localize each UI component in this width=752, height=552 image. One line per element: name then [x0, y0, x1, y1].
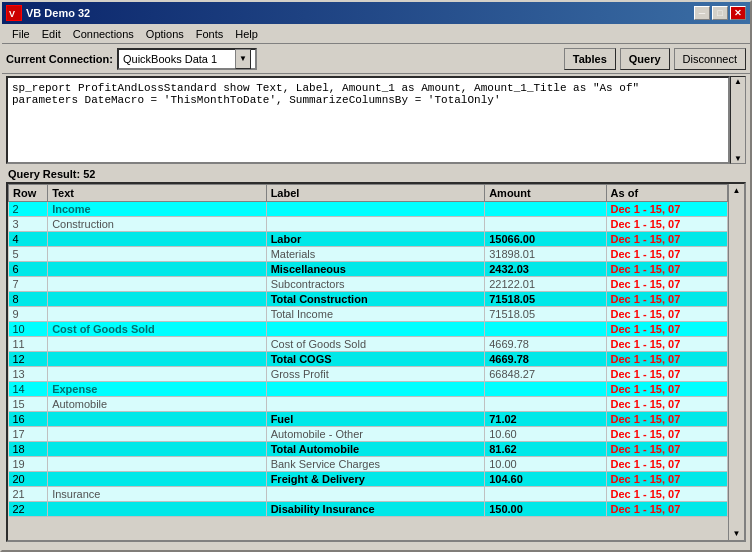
- cell-amount: 71518.05: [485, 307, 606, 322]
- tables-button[interactable]: Tables: [564, 48, 616, 70]
- cell-text: [48, 292, 267, 307]
- menu-fonts[interactable]: Fonts: [190, 26, 230, 42]
- cell-asof: Dec 1 - 15, 07: [606, 367, 727, 382]
- cell-asof: Dec 1 - 15, 07: [606, 412, 727, 427]
- toolbar: Current Connection: QuickBooks Data 1 ▼ …: [2, 44, 750, 74]
- cell-amount: [485, 382, 606, 397]
- cell-row: 7: [9, 277, 48, 292]
- table-scrollbar: ▲ ▼: [728, 184, 744, 540]
- cell-text: Automobile: [48, 397, 267, 412]
- table-row: 13Gross Profit66848.27Dec 1 - 15, 07: [9, 367, 728, 382]
- cell-amount: 66848.27: [485, 367, 606, 382]
- cell-text: Construction: [48, 217, 267, 232]
- table-scroll-up-icon[interactable]: ▲: [733, 186, 741, 195]
- cell-asof: Dec 1 - 15, 07: [606, 277, 727, 292]
- connection-selector[interactable]: QuickBooks Data 1 ▼: [117, 48, 257, 70]
- cell-row: 18: [9, 442, 48, 457]
- col-header-label: Label: [266, 185, 485, 202]
- maximize-button[interactable]: □: [712, 6, 728, 20]
- table-scroll-down-icon[interactable]: ▼: [733, 529, 741, 538]
- cell-text: Insurance: [48, 487, 267, 502]
- cell-amount: 2432.03: [485, 262, 606, 277]
- cell-label: [266, 202, 485, 217]
- table-scroll-wrapper[interactable]: Row Text Label Amount As of 2IncomeDec 1…: [8, 184, 728, 540]
- query-scrollbar: ▲ ▼: [730, 76, 746, 164]
- cell-asof: Dec 1 - 15, 07: [606, 352, 727, 367]
- cell-row: 2: [9, 202, 48, 217]
- cell-label: [266, 322, 485, 337]
- cell-row: 22: [9, 502, 48, 517]
- cell-text: [48, 337, 267, 352]
- window-title: VB Demo 32: [26, 7, 694, 19]
- cell-amount: 10.60: [485, 427, 606, 442]
- cell-asof: Dec 1 - 15, 07: [606, 427, 727, 442]
- cell-row: 16: [9, 412, 48, 427]
- cell-asof: Dec 1 - 15, 07: [606, 232, 727, 247]
- query-button[interactable]: Query: [620, 48, 670, 70]
- table-row: 10Cost of Goods SoldDec 1 - 15, 07: [9, 322, 728, 337]
- cell-text: [48, 352, 267, 367]
- table-row: 5Materials31898.01Dec 1 - 15, 07: [9, 247, 728, 262]
- cell-amount: 81.62: [485, 442, 606, 457]
- query-textarea[interactable]: sp_report ProfitAndLossStandard show Tex…: [6, 76, 730, 164]
- cell-amount: 15066.00: [485, 232, 606, 247]
- cell-text: [48, 367, 267, 382]
- cell-text: [48, 442, 267, 457]
- cell-label: Total Construction: [266, 292, 485, 307]
- cell-text: Cost of Goods Sold: [48, 322, 267, 337]
- cell-amount: 150.00: [485, 502, 606, 517]
- results-table-container: Row Text Label Amount As of 2IncomeDec 1…: [6, 182, 746, 542]
- cell-row: 15: [9, 397, 48, 412]
- cell-label: Total Income: [266, 307, 485, 322]
- menu-file[interactable]: File: [6, 26, 36, 42]
- cell-label: Materials: [266, 247, 485, 262]
- menu-connections[interactable]: Connections: [67, 26, 140, 42]
- menu-bar: File Edit Connections Options Fonts Help: [2, 24, 750, 44]
- cell-row: 21: [9, 487, 48, 502]
- minimize-button[interactable]: ─: [694, 6, 710, 20]
- cell-amount: [485, 217, 606, 232]
- cell-asof: Dec 1 - 15, 07: [606, 202, 727, 217]
- cell-label: Bank Service Charges: [266, 457, 485, 472]
- results-table: Row Text Label Amount As of 2IncomeDec 1…: [8, 184, 728, 517]
- cell-text: Income: [48, 202, 267, 217]
- cell-label: [266, 397, 485, 412]
- cell-asof: Dec 1 - 15, 07: [606, 472, 727, 487]
- scroll-up-icon[interactable]: ▲: [734, 77, 742, 86]
- cell-amount: 71518.05: [485, 292, 606, 307]
- cell-row: 12: [9, 352, 48, 367]
- menu-options[interactable]: Options: [140, 26, 190, 42]
- cell-row: 3: [9, 217, 48, 232]
- cell-text: [48, 232, 267, 247]
- cell-row: 20: [9, 472, 48, 487]
- cell-asof: Dec 1 - 15, 07: [606, 457, 727, 472]
- cell-label: [266, 487, 485, 502]
- cell-asof: Dec 1 - 15, 07: [606, 502, 727, 517]
- results-header: Query Result: 52: [2, 166, 750, 182]
- cell-label: Subcontractors: [266, 277, 485, 292]
- table-row: 19Bank Service Charges10.00Dec 1 - 15, 0…: [9, 457, 728, 472]
- disconnect-button[interactable]: Disconnect: [674, 48, 746, 70]
- cell-label: [266, 382, 485, 397]
- cell-asof: Dec 1 - 15, 07: [606, 337, 727, 352]
- cell-asof: Dec 1 - 15, 07: [606, 442, 727, 457]
- cell-amount: [485, 397, 606, 412]
- connection-value: QuickBooks Data 1: [123, 53, 233, 65]
- cell-amount: [485, 487, 606, 502]
- cell-amount: 31898.01: [485, 247, 606, 262]
- menu-help[interactable]: Help: [229, 26, 264, 42]
- menu-edit[interactable]: Edit: [36, 26, 67, 42]
- col-header-text: Text: [48, 185, 267, 202]
- cell-row: 8: [9, 292, 48, 307]
- title-bar: V VB Demo 32 ─ □ ✕: [2, 2, 750, 24]
- cell-text: [48, 262, 267, 277]
- cell-label: Freight & Delivery: [266, 472, 485, 487]
- cell-asof: Dec 1 - 15, 07: [606, 382, 727, 397]
- connection-dropdown-button[interactable]: ▼: [235, 49, 251, 69]
- scroll-down-icon[interactable]: ▼: [734, 154, 742, 163]
- cell-text: [48, 277, 267, 292]
- cell-asof: Dec 1 - 15, 07: [606, 262, 727, 277]
- close-button[interactable]: ✕: [730, 6, 746, 20]
- window-controls: ─ □ ✕: [694, 6, 746, 20]
- table-row: 9Total Income71518.05Dec 1 - 15, 07: [9, 307, 728, 322]
